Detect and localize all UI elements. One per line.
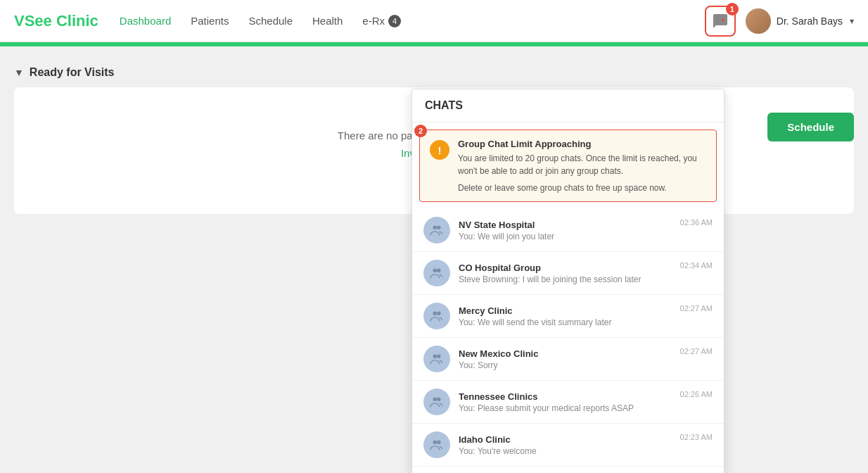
warning-body: You are limited to 20 group chats. Once … (458, 152, 706, 177)
svg-point-2 (437, 226, 441, 230)
warning-content: Group Chat Limit Approaching You are lim… (458, 139, 706, 193)
chat-info: Idaho Clinic You: You're welcome (459, 434, 672, 456)
chat-info: CO Hospital Group Steve Browning: I will… (459, 263, 672, 284)
chat-time: 02:34 AM (680, 261, 713, 270)
collapse-arrow-icon: ▼ (14, 67, 24, 78)
chat-info: Mercy Clinic You: We will send the visit… (459, 305, 672, 327)
chats-header: CHATS (412, 89, 724, 122)
chat-avatar (423, 260, 450, 286)
chat-time: 02:36 AM (680, 218, 713, 227)
svg-point-8 (437, 355, 441, 359)
chat-list-item[interactable]: CO Hospital Group Steve Browning: I will… (412, 252, 724, 295)
svg-point-9 (433, 398, 438, 402)
header-right: 1 Dr. Sarah Bays ▾ (705, 6, 854, 37)
warning-banner: 2 ! Group Chat Limit Approaching You are… (419, 130, 717, 202)
warning-exclamation-icon: ! (430, 140, 449, 160)
chat-list-item[interactable]: Mercy Clinic You: We will send the visit… (412, 295, 724, 338)
chat-avatar (423, 389, 450, 415)
chats-title: CHATS (425, 99, 463, 112)
svg-point-12 (437, 441, 441, 445)
chat-preview: You: Please submit your medical reports … (459, 403, 672, 413)
green-accent-bar (0, 42, 868, 46)
chat-list-item[interactable]: New Mexico Clinic You: Sorry 02:27 AM (412, 338, 724, 381)
chat-name: New Mexico Clinic (459, 348, 672, 359)
user-menu[interactable]: Dr. Sarah Bays ▾ (746, 8, 854, 34)
erx-badge-count: 4 (388, 15, 401, 27)
chat-info: New Mexico Clinic You: Sorry (459, 348, 672, 370)
chat-name: NV State Hospital (459, 220, 672, 230)
chat-avatar (423, 217, 450, 244)
chat-list-item[interactable]: Idaho Clinic You: You're welcome 02:23 A… (412, 424, 724, 467)
avatar-image (746, 8, 771, 34)
svg-point-7 (433, 355, 438, 359)
chat-avatar (423, 346, 450, 372)
chat-preview: You: We will join you later (459, 232, 672, 241)
avatar (746, 8, 771, 34)
chat-time: 02:27 AM (680, 304, 713, 313)
svg-point-11 (433, 441, 438, 445)
chat-time: 02:23 AM (680, 433, 713, 441)
svg-point-1 (433, 226, 438, 230)
chat-preview: Steve Browning: I will be joining the se… (459, 275, 672, 284)
chat-name: Mercy Clinic (459, 305, 672, 316)
chat-preview: You: You're welcome (459, 446, 672, 456)
svg-point-0 (722, 18, 725, 21)
chat-list-item[interactable]: NV State Hospital You: We will join you … (412, 209, 724, 252)
chat-name: Idaho Clinic (459, 434, 672, 445)
svg-point-5 (433, 312, 438, 316)
chat-name: Tennessee Clinics (459, 391, 672, 402)
warning-number-badge: 2 (414, 125, 427, 137)
notification-dot: 1 (726, 3, 739, 15)
nav-health[interactable]: Health (312, 15, 343, 27)
user-name: Dr. Sarah Bays (777, 15, 843, 27)
chat-time: 02:27 AM (680, 347, 713, 355)
chat-preview: You: Sorry (459, 360, 672, 370)
ready-for-visits-title: Ready for Visits (30, 66, 115, 79)
svg-point-10 (437, 398, 441, 402)
chat-icon-button[interactable]: 1 (705, 6, 736, 37)
svg-point-4 (437, 269, 441, 273)
chevron-down-icon: ▾ (850, 16, 854, 26)
chat-name: CO Hospital Group (459, 263, 672, 273)
chat-bubble-icon (712, 13, 729, 30)
nav-schedule[interactable]: Schedule (248, 15, 293, 27)
chat-avatar (423, 431, 450, 458)
warning-action: Delete or leave some group chats to free… (458, 183, 706, 193)
schedule-button-area: Schedule (767, 113, 854, 141)
chat-info: NV State Hospital You: We will join you … (459, 220, 672, 241)
chat-avatar (423, 303, 450, 329)
chat-list-item[interactable]: Tennessee Clinics You: Please submit you… (412, 381, 724, 424)
svg-point-6 (437, 312, 441, 316)
chat-info: Tennessee Clinics You: Please submit you… (459, 391, 672, 413)
chat-time: 02:26 AM (680, 390, 713, 398)
chat-preview: You: We will send the visit summary late… (459, 317, 672, 327)
chat-list-item[interactable]: Nevada Groups Clinic You: We want to tha… (412, 467, 724, 473)
nav-patients[interactable]: Patients (191, 15, 229, 27)
main-content: ▼ Ready for Visits There are no patients… (0, 42, 868, 473)
main-nav: Dashboard Patients Schedule Health e-Rx … (120, 15, 705, 27)
nav-dashboard[interactable]: Dashboard (120, 15, 171, 27)
ready-for-visits-header[interactable]: ▼ Ready for Visits (14, 66, 854, 79)
warning-title: Group Chat Limit Approaching (458, 139, 706, 149)
app-logo: VSee Clinic (14, 12, 98, 30)
chats-scroll-area[interactable]: 2 ! Group Chat Limit Approaching You are… (412, 122, 724, 473)
svg-point-3 (433, 269, 438, 273)
chats-panel: CHATS 2 ! Group Chat Limit Approaching Y… (411, 89, 725, 473)
nav-erx[interactable]: e-Rx 4 (362, 15, 401, 27)
schedule-button[interactable]: Schedule (767, 113, 854, 141)
chat-list: NV State Hospital You: We will join you … (412, 209, 724, 473)
header: VSee Clinic Dashboard Patients Schedule … (0, 0, 868, 42)
